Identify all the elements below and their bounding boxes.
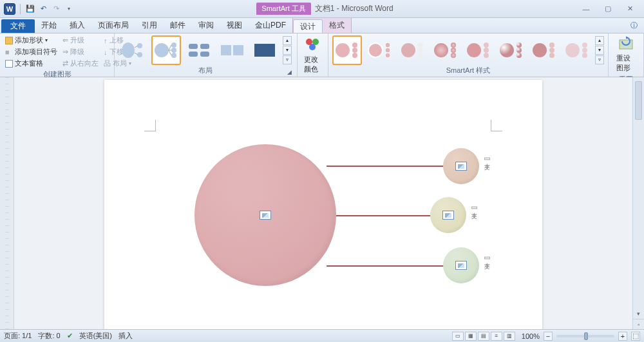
- svg-point-5: [155, 43, 169, 57]
- undo-icon[interactable]: ↶: [38, 4, 48, 14]
- save-icon[interactable]: 💾: [25, 4, 35, 14]
- arrow-up-icon: ↑: [104, 37, 108, 44]
- view-print-layout-button[interactable]: ▭: [452, 332, 464, 341]
- node-text-placeholder-1[interactable]: [文本]: [483, 157, 491, 160]
- style-option-1-selected[interactable]: [332, 35, 362, 65]
- tab-smartart-design[interactable]: 设计: [293, 19, 323, 33]
- style-option-4[interactable]: [431, 35, 460, 65]
- zoom-out-button[interactable]: −: [544, 332, 553, 341]
- smartart-child-node-3[interactable]: [443, 247, 479, 283]
- zoom-slider-thumb[interactable]: [584, 332, 588, 340]
- gallery-more-button[interactable]: ▿: [283, 55, 292, 64]
- status-language[interactable]: 英语(美国): [79, 331, 112, 341]
- gallery-up-button[interactable]: ▴: [283, 36, 292, 45]
- status-word-count[interactable]: 字数: 0: [38, 331, 60, 341]
- redo-icon[interactable]: ↷: [51, 4, 61, 14]
- view-draft-button[interactable]: ▥: [504, 332, 515, 341]
- layout-option-1[interactable]: [118, 35, 148, 65]
- smartart-graphic[interactable]: [文本] [文本] [文本]: [182, 144, 504, 292]
- tab-smartart-format[interactable]: 格式: [323, 18, 351, 33]
- change-colors-button[interactable]: 更改颜色: [300, 35, 325, 75]
- view-fullscreen-button[interactable]: ▦: [465, 332, 477, 341]
- tab-file[interactable]: 文件: [1, 19, 35, 33]
- dialog-launcher-icon[interactable]: ◢: [287, 69, 292, 75]
- tab-home[interactable]: 开始: [35, 18, 63, 33]
- promote-button[interactable]: ⇐升级: [61, 35, 100, 46]
- style-option-2[interactable]: [365, 35, 395, 65]
- document-area[interactable]: [文本] [文本] [文本] ⌐: [14, 77, 632, 329]
- tab-page-layout[interactable]: 页面布局: [91, 18, 135, 33]
- status-page[interactable]: 页面: 1/1: [4, 331, 32, 341]
- word-app-icon: W: [4, 3, 15, 15]
- scroll-down-button[interactable]: ▾: [633, 309, 644, 319]
- minimize-button[interactable]: —: [578, 3, 594, 15]
- title-bar: W 💾 ↶ ↷ ▾ SmartArt 工具 文档1 - Microsoft Wo…: [0, 0, 644, 18]
- picture-placeholder-icon[interactable]: [260, 211, 271, 220]
- reset-graphic-button[interactable]: 重设图形: [612, 35, 639, 74]
- svg-point-49: [549, 53, 554, 58]
- zoom-slider[interactable]: [556, 335, 614, 337]
- layout-option-2-selected[interactable]: [151, 35, 181, 65]
- browse-object-button[interactable]: ◦: [633, 319, 644, 329]
- margin-marker-tr: [491, 120, 502, 131]
- close-button[interactable]: ✕: [622, 3, 638, 15]
- contextual-tab-zone: 设计 格式: [292, 18, 352, 33]
- help-icon[interactable]: ⓘ: [624, 18, 644, 33]
- qat-dropdown-icon[interactable]: ▾: [64, 4, 74, 14]
- svg-point-51: [582, 43, 587, 48]
- style-option-5[interactable]: [464, 35, 493, 65]
- node-text-placeholder-3[interactable]: [文本]: [483, 256, 491, 260]
- status-insert-mode[interactable]: 插入: [118, 331, 133, 341]
- zoom-level[interactable]: 100%: [522, 332, 540, 340]
- zoom-in-button[interactable]: +: [618, 332, 627, 341]
- add-shape-button[interactable]: 添加形状▾: [4, 35, 59, 46]
- svg-point-1: [137, 43, 142, 48]
- picture-placeholder-icon[interactable]: [455, 261, 467, 270]
- style-option-6[interactable]: [497, 35, 526, 65]
- tab-wps-pdf[interactable]: 金山PDF: [249, 18, 292, 33]
- page[interactable]: [文本] [文本] [文本] ⌐: [104, 80, 542, 329]
- document-title: 文档1 - Microsoft Word: [315, 3, 393, 14]
- picture-placeholder-icon[interactable]: [442, 211, 454, 220]
- tab-mailings[interactable]: 邮件: [164, 18, 192, 33]
- gallery-down-button[interactable]: ▾: [283, 46, 292, 55]
- rtl-button[interactable]: ⇄从右向左: [61, 58, 100, 69]
- group-create-graphic: 添加形状▾ ≡添加项目符号 文本窗格 ⇐升级 ⇒降级 ⇄从右向左 ↑上移 ↓下移…: [0, 33, 115, 77]
- node-text-placeholder-2[interactable]: [文本]: [470, 206, 478, 209]
- smartart-child-node-1[interactable]: [443, 148, 479, 184]
- smartart-main-node[interactable]: [194, 144, 336, 286]
- style-option-8[interactable]: [562, 35, 592, 65]
- picture-placeholder-icon[interactable]: [455, 162, 467, 171]
- view-web-button[interactable]: ▤: [478, 332, 489, 341]
- connector-1: [327, 166, 444, 167]
- style-gallery-down-button[interactable]: ▾: [595, 46, 604, 55]
- proofing-icon[interactable]: ✔: [67, 332, 73, 340]
- style-option-7[interactable]: [529, 35, 559, 65]
- style-gallery-more-button[interactable]: ▿: [595, 55, 604, 64]
- scroll-thumb[interactable]: [635, 81, 642, 120]
- vertical-ruler[interactable]: [0, 77, 14, 329]
- tab-review[interactable]: 审阅: [192, 18, 220, 33]
- demote-button[interactable]: ⇒降级: [61, 46, 100, 57]
- style-gallery-up-button[interactable]: ▴: [595, 36, 604, 45]
- svg-point-44: [516, 48, 522, 53]
- add-bullet-button[interactable]: ≡添加项目符号: [4, 46, 59, 57]
- maximize-button[interactable]: ▢: [600, 3, 616, 15]
- ribbon-tabs: 文件 开始 插入 页面布局 引用 邮件 审阅 视图 金山PDF 设计 格式 ⓘ: [0, 18, 644, 33]
- group-smartart-styles: ▴ ▾ ▿ SmartArt 样式: [328, 33, 609, 77]
- layout-option-3[interactable]: [184, 35, 214, 65]
- tab-references[interactable]: 引用: [135, 18, 164, 33]
- layout-option-4[interactable]: [217, 35, 247, 65]
- style-option-3[interactable]: [398, 35, 428, 65]
- text-pane-button[interactable]: 文本窗格: [4, 58, 59, 69]
- smartart-child-node-2[interactable]: [430, 197, 466, 233]
- tab-insert[interactable]: 插入: [63, 18, 91, 33]
- view-outline-button[interactable]: ≡: [491, 332, 502, 341]
- tab-view[interactable]: 视图: [220, 18, 249, 33]
- svg-point-28: [385, 48, 390, 53]
- vertical-scrollbar[interactable]: ▴ ▾ ◦: [632, 77, 644, 329]
- svg-line-3: [135, 46, 138, 48]
- svg-point-45: [516, 53, 522, 58]
- layout-option-5[interactable]: [250, 35, 279, 65]
- zoom-fit-button[interactable]: ⬚: [631, 332, 640, 341]
